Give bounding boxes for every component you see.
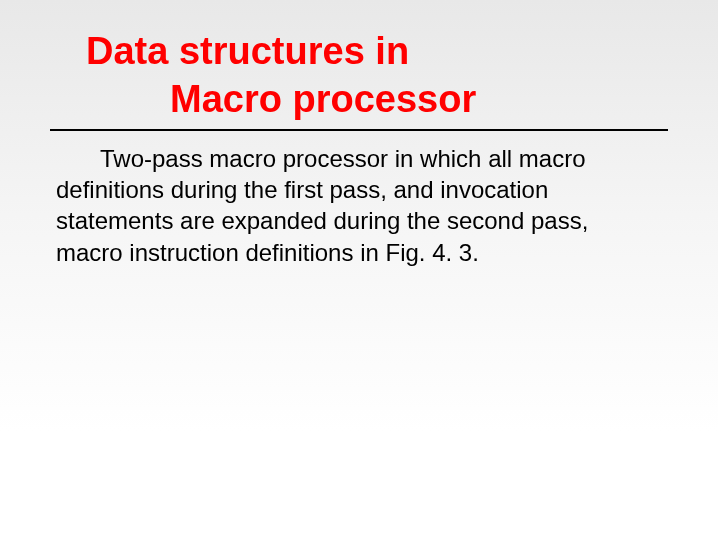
slide-body: Two-pass macro processor in which all ma…: [50, 143, 668, 268]
body-text: Two-pass macro processor in which all ma…: [56, 145, 588, 266]
title-line-1: Data structures in: [86, 28, 668, 76]
slide-title: Data structures in Macro processor: [50, 28, 668, 123]
title-line-2: Macro processor: [86, 76, 668, 124]
title-underline: [50, 129, 668, 131]
slide: Data structures in Macro processor Two-p…: [0, 0, 718, 539]
